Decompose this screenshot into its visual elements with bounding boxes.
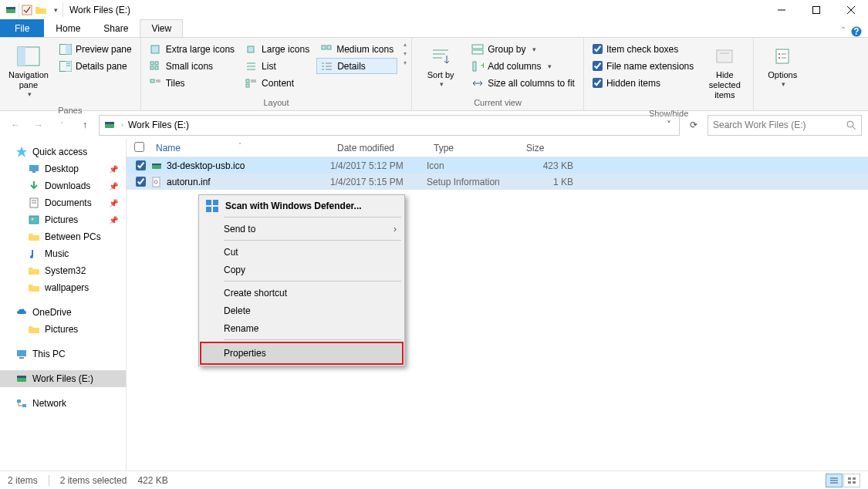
maximize-button[interactable] xyxy=(799,0,833,19)
ctx-create-shortcut[interactable]: Create shortcut xyxy=(201,284,403,302)
sort-icon xyxy=(428,44,453,69)
ctx-cut[interactable]: Cut xyxy=(201,243,403,261)
sort-by-button[interactable]: Sort by xyxy=(417,41,464,91)
sidebar-work-files[interactable]: Work Files (E:) xyxy=(0,370,126,387)
lg-icons-icon xyxy=(245,43,258,56)
svg-rect-71 xyxy=(17,400,21,403)
hidden-items[interactable]: Hidden items xyxy=(589,75,697,91)
sidebar-music[interactable]: Music xyxy=(0,245,126,262)
col-name[interactable]: Name˄ xyxy=(150,143,331,153)
sidebar-desktop[interactable]: Desktop📌 xyxy=(0,160,126,177)
svg-point-51 xyxy=(778,53,780,55)
svg-rect-67 xyxy=(17,350,26,356)
documents-icon xyxy=(28,197,40,209)
preview-pane-button[interactable]: Preview pane xyxy=(56,41,136,57)
layout-list[interactable]: List xyxy=(241,58,313,74)
select-all-checkbox[interactable] xyxy=(134,142,144,152)
layout-tiles[interactable]: Tiles xyxy=(146,75,238,91)
tab-share[interactable]: Share xyxy=(92,19,140,37)
sidebar-pictures[interactable]: Pictures📌 xyxy=(0,211,126,228)
recent-locations[interactable]: ˅ xyxy=(52,116,71,134)
breadcrumb-dropdown[interactable]: ˅ xyxy=(662,120,676,130)
forward-button[interactable]: → xyxy=(29,116,48,134)
sidebar-quick-access[interactable]: Quick access xyxy=(0,143,126,160)
item-check-boxes[interactable]: Item check boxes xyxy=(589,41,697,57)
add-columns-button[interactable]: +Add columns xyxy=(468,58,579,74)
qat-dropdown[interactable] xyxy=(49,4,61,16)
hide-selected-icon xyxy=(712,44,737,69)
folder-icon xyxy=(28,231,40,243)
xl-icons-icon xyxy=(150,43,162,56)
breadcrumb[interactable]: › Work Files (E:) ˅ xyxy=(99,115,680,136)
help-icon[interactable]: ? xyxy=(851,26,862,37)
ctx-delete[interactable]: Delete xyxy=(201,302,403,319)
sidebar-this-pc[interactable]: This PC xyxy=(0,346,126,363)
defender-icon xyxy=(205,199,219,213)
navigation-pane-button[interactable]: Navigation pane xyxy=(5,41,52,101)
sidebar-wallpapers[interactable]: wallpapers xyxy=(0,279,126,296)
file-row[interactable]: autorun.inf 1/4/2017 5:15 PM Setup Infor… xyxy=(127,174,868,190)
sidebar-system32[interactable]: System32 xyxy=(0,262,126,279)
sidebar-network[interactable]: Network xyxy=(0,395,126,412)
details-view-button[interactable] xyxy=(826,474,843,487)
check-icon[interactable] xyxy=(21,4,33,16)
layout-scroll-down[interactable]: ▾ xyxy=(404,50,407,57)
tab-view[interactable]: View xyxy=(140,19,183,37)
layout-xlarge[interactable]: Extra large icons xyxy=(146,41,238,57)
sidebar-od-pictures[interactable]: Pictures xyxy=(0,321,126,338)
ctx-send-to[interactable]: Send to› xyxy=(201,220,403,238)
group-layout-label: Layout xyxy=(141,96,411,110)
layout-medium[interactable]: Medium icons xyxy=(316,41,397,57)
add-cols-icon: + xyxy=(471,60,484,73)
search-box[interactable]: Search Work Files (E:) xyxy=(708,115,862,136)
layout-details[interactable]: Details xyxy=(316,58,397,74)
folder-small-icon[interactable] xyxy=(35,4,47,16)
col-date[interactable]: Date modified xyxy=(331,143,427,153)
address-bar: ← → ˅ ↑ › Work Files (E:) ˅ ⟳ Search Wor… xyxy=(0,111,868,139)
svg-rect-84 xyxy=(848,477,851,480)
up-button[interactable]: ↑ xyxy=(76,116,94,134)
group-by-button[interactable]: Group by xyxy=(468,41,579,57)
sidebar-downloads[interactable]: Downloads📌 xyxy=(0,177,126,194)
options-button[interactable]: Options xyxy=(758,41,806,91)
pc-icon xyxy=(15,348,28,360)
refresh-button[interactable]: ⟳ xyxy=(684,116,703,134)
minimize-button[interactable] xyxy=(764,0,799,19)
ctx-scan-defender[interactable]: Scan with Windows Defender... xyxy=(201,197,403,214)
file-name-extensions[interactable]: File name extensions xyxy=(589,58,697,74)
ctx-rename[interactable]: Rename xyxy=(201,319,403,337)
layout-large[interactable]: Large icons xyxy=(241,41,313,57)
breadcrumb-path[interactable]: Work Files (E:) xyxy=(128,120,189,130)
close-button[interactable] xyxy=(833,0,868,19)
layout-small[interactable]: Small icons xyxy=(146,58,238,74)
hide-selected-button[interactable]: Hide selected items xyxy=(701,41,748,104)
sm-icons-icon xyxy=(150,60,162,73)
options-icon xyxy=(770,44,795,69)
sidebar-between-pcs[interactable]: Between PCs xyxy=(0,228,126,245)
svg-rect-29 xyxy=(246,79,249,83)
tab-file[interactable]: File xyxy=(0,19,44,37)
svg-rect-20 xyxy=(150,66,154,69)
layout-expand[interactable]: ▾ xyxy=(404,59,407,66)
column-headers: Name˄ Date modified Type Size xyxy=(127,139,868,157)
ctx-copy[interactable]: Copy xyxy=(201,261,403,278)
collapse-ribbon-icon[interactable]: ˆ xyxy=(842,26,845,37)
row-checkbox[interactable] xyxy=(136,160,146,170)
ico-file-icon xyxy=(150,160,164,172)
file-row[interactable]: 3d-desktop-usb.ico 1/4/2017 5:12 PM Icon… xyxy=(127,157,868,174)
col-type[interactable]: Type xyxy=(427,143,520,153)
layout-content[interactable]: Content xyxy=(241,75,313,91)
row-checkbox[interactable] xyxy=(136,177,146,187)
details-pane-button[interactable]: Details pane xyxy=(56,58,136,74)
sidebar-documents[interactable]: Documents📌 xyxy=(0,194,126,211)
back-button[interactable]: ← xyxy=(6,116,25,134)
ctx-properties[interactable]: Properties xyxy=(201,342,403,364)
icons-view-button[interactable] xyxy=(843,474,860,487)
size-cols-button[interactable]: Size all columns to fit xyxy=(468,75,579,91)
tab-home[interactable]: Home xyxy=(44,19,92,37)
sidebar-onedrive[interactable]: OneDrive xyxy=(0,304,126,321)
svg-rect-4 xyxy=(812,6,819,13)
col-size[interactable]: Size xyxy=(520,143,574,153)
svg-rect-21 xyxy=(155,66,158,69)
layout-scroll-up[interactable]: ▴ xyxy=(404,41,407,48)
